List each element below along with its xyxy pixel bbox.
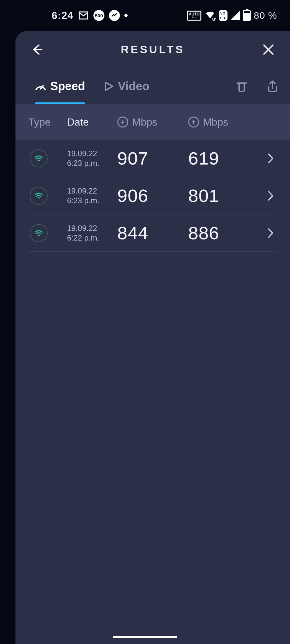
- result-date: 19.09.22 6:23 p.m.: [67, 186, 117, 205]
- refresh-rate-icon: AUTO Hz: [187, 11, 202, 21]
- tab-video[interactable]: Video: [104, 68, 149, 104]
- status-right: AUTO Hz 6E VOLTE 80 %: [187, 10, 277, 21]
- battery-icon: [243, 10, 251, 21]
- chevron-right-icon: [264, 228, 277, 239]
- result-row[interactable]: 19.09.22 6:22 p.m. 844 886: [28, 214, 277, 252]
- signal-icon: [231, 11, 240, 20]
- card-header: RESULTS: [15, 31, 290, 68]
- close-icon: [262, 43, 275, 56]
- result-type: [28, 187, 67, 205]
- col-date[interactable]: Date: [67, 116, 117, 128]
- col-download-label: Mbps: [132, 116, 157, 128]
- tabs-actions: [234, 79, 280, 94]
- notification-dot-icon: [124, 14, 128, 17]
- share-icon: [266, 80, 279, 93]
- upload-icon: [188, 117, 199, 128]
- col-upload-label: Mbps: [203, 116, 228, 128]
- chevron-right-icon: [264, 153, 277, 164]
- close-button[interactable]: [260, 41, 277, 58]
- tab-speed-label: Speed: [50, 80, 85, 93]
- page-title: RESULTS: [46, 43, 260, 56]
- status-left: 6:24 500: [52, 10, 128, 22]
- gmail-icon: [78, 10, 89, 21]
- tab-video-label: Video: [118, 80, 149, 93]
- wifi-icon: [30, 149, 48, 167]
- result-type: [28, 224, 67, 242]
- results-card: RESULTS Speed Video: [15, 31, 290, 644]
- status-bar: 6:24 500 AUTO Hz 6E VOLTE 80 %: [0, 0, 290, 31]
- result-download: 907: [117, 148, 188, 169]
- wifi6e-icon: 6E: [205, 10, 216, 21]
- col-download[interactable]: Mbps: [117, 116, 188, 128]
- result-download: 844: [117, 223, 188, 243]
- result-upload: 619: [188, 148, 264, 169]
- wifi-icon: [30, 224, 48, 242]
- result-upload: 801: [188, 185, 264, 206]
- arrow-left-icon: [30, 43, 44, 57]
- app-pill-icon: 500: [93, 10, 104, 21]
- trash-icon: [235, 80, 248, 93]
- result-type: [28, 149, 67, 167]
- column-header: Type Date Mbps Mbps: [15, 104, 290, 140]
- chevron-right-icon: [264, 190, 277, 201]
- result-upload: 886: [188, 223, 264, 243]
- share-button[interactable]: [265, 79, 280, 94]
- home-indicator[interactable]: [113, 636, 177, 638]
- delete-button[interactable]: [234, 79, 249, 94]
- results-list: 19.09.22 6:23 p.m. 907 619 19.09.22 6:23…: [15, 140, 290, 252]
- result-date: 19.09.22 6:22 p.m.: [67, 223, 117, 243]
- back-button[interactable]: [28, 41, 46, 58]
- result-download: 906: [117, 185, 188, 206]
- play-icon: [104, 81, 114, 91]
- tab-speed[interactable]: Speed: [35, 68, 85, 104]
- volte-icon: VOLTE: [219, 10, 227, 21]
- gauge-icon: [35, 80, 46, 92]
- download-icon: [117, 117, 128, 128]
- messenger-icon: [109, 10, 120, 21]
- result-date: 19.09.22 6:23 p.m.: [67, 149, 117, 168]
- tabs-row: Speed Video: [15, 68, 290, 104]
- result-row[interactable]: 19.09.22 6:23 p.m. 907 619: [28, 140, 277, 177]
- wifi-icon: [30, 187, 48, 205]
- col-type[interactable]: Type: [28, 116, 67, 128]
- status-time: 6:24: [52, 10, 73, 22]
- battery-percent: 80 %: [254, 10, 277, 21]
- result-row[interactable]: 19.09.22 6:23 p.m. 906 801: [28, 177, 277, 214]
- col-upload[interactable]: Mbps: [188, 116, 277, 128]
